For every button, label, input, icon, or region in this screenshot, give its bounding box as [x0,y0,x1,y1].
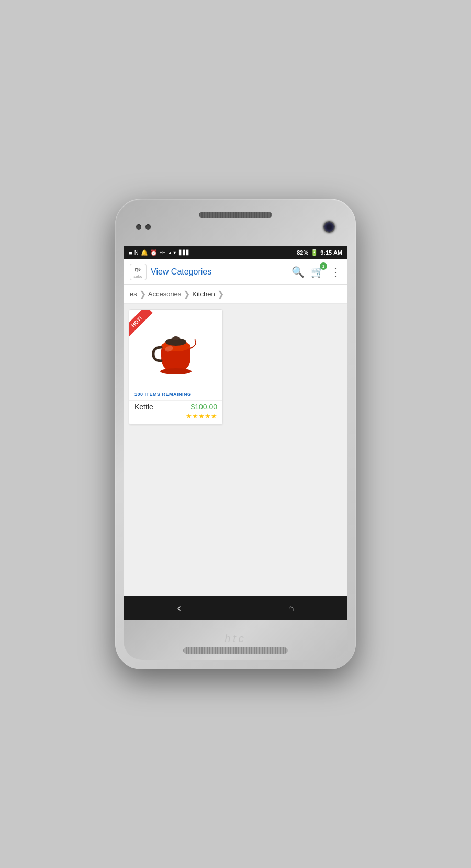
status-right-info: 82% 🔋 9:15 AM [297,249,342,256]
product-card-kettle[interactable]: HOT! [129,309,223,425]
home-button[interactable]: ⌂ [278,601,305,616]
product-image-container: HOT! [129,310,222,385]
product-name-price-row: Kettle $100.00 [134,403,217,411]
breadcrumb-arrow-1: ❯ [139,289,146,299]
time: 9:15 AM [320,249,342,256]
htc-brand-label: htc [225,633,246,645]
top-bezel [124,208,347,246]
hot-badge-label: HOT! [129,310,153,338]
breadcrumb-item-1[interactable]: Accesories [148,290,182,298]
top-speaker [199,212,272,218]
camera-dots [136,224,151,230]
more-options-button[interactable]: ⋮ [330,266,341,278]
breadcrumb-item-0[interactable]: es [130,290,137,298]
phone-screen: ■ N 🔔 ⏰ H+ ▲▼ ▋▋▋ 82% 🔋 9:15 AM 🛍 soko [124,246,347,620]
app-content: 🛍 soko View Categories 🔍 🛒 1 ⋮ es ❯ Acce [124,259,347,596]
svg-point-5 [172,336,180,340]
breadcrumb-arrow-2: ❯ [183,289,190,299]
cart-badge: 1 [320,262,327,270]
logo-bag-icon: 🛍 [134,266,142,274]
product-grid: HOT! [124,304,347,596]
screen-icon: ■ [129,249,132,256]
bottom-navigation: ‹ ⌂ [124,596,347,620]
items-remaining-text: 100 ITEMS REMAINING [134,392,192,397]
product-stars-row: ★★★★★ [134,411,217,420]
hot-badge: HOT! [129,310,166,346]
items-remaining-section: 100 ITEMS REMAINING [129,385,222,400]
alarm-icon: ⏰ [150,249,158,256]
product-info: Kettle $100.00 ★★★★★ [129,400,222,424]
breadcrumb: es ❯ Accesories ❯ Kitchen ❯ [124,285,347,304]
bottom-bezel: htc [124,620,347,660]
app-bar: 🛍 soko View Categories 🔍 🛒 1 ⋮ [124,259,347,285]
phone-device: ■ N 🔔 ⏰ H+ ▲▼ ▋▋▋ 82% 🔋 9:15 AM 🛍 soko [115,199,356,669]
breadcrumb-item-2[interactable]: Kitchen [192,290,215,298]
logo-text: soko [134,275,143,278]
product-stars: ★★★★★ [186,412,217,420]
vibrate-icon: 🔔 [141,249,148,256]
app-title: View Categories [151,267,287,277]
battery-percent: 82% [297,249,308,256]
status-bar: ■ N 🔔 ⏰ H+ ▲▼ ▋▋▋ 82% 🔋 9:15 AM [124,246,347,259]
battery-icon: 🔋 [310,249,318,256]
signal-icon: ▲▼ [167,250,177,255]
svg-point-7 [160,368,192,374]
product-name: Kettle [134,403,153,411]
camera-dot-2 [145,224,151,230]
camera-dot-1 [136,224,141,230]
data-icon: H+ [160,250,166,255]
nfc-icon: N [134,249,139,256]
app-bar-icons: 🔍 🛒 1 ⋮ [291,266,341,278]
bottom-speaker [183,647,288,654]
front-camera [323,221,335,233]
product-price: $100.00 [190,403,217,411]
soko-logo: 🛍 soko [130,264,147,280]
status-left-icons: ■ N 🔔 ⏰ H+ ▲▼ ▋▋▋ [129,249,190,256]
search-button[interactable]: 🔍 [291,266,305,278]
cart-button[interactable]: 🛒 1 [311,266,324,278]
signal-bars: ▋▋▋ [179,250,190,255]
back-button[interactable]: ‹ [166,599,191,617]
breadcrumb-arrow-3: ❯ [217,289,224,299]
